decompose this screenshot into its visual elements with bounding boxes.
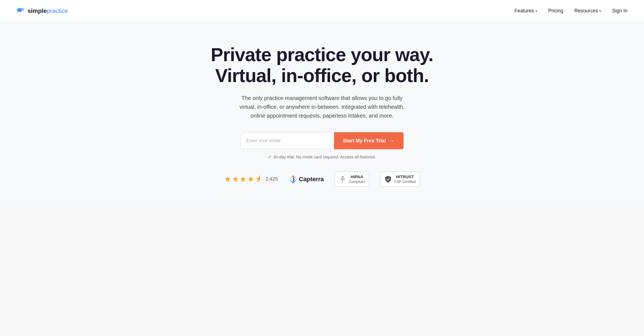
hero-title: Private practice your way. Virtual, in-o… [211,44,433,86]
logo-text: simplepractice [28,7,68,15]
arrow-icon: → [389,137,395,144]
hitrust-badge: HITRUST CSF Certified [380,172,420,186]
svg-point-2 [20,10,21,12]
rating-wrap: ★ ★ ★ ★ ⯨ 2,425 [224,175,278,184]
nav-links: Features ▾ Pricing Resources ▾ Sign In [515,8,627,14]
check-icon: ✓ [268,154,272,159]
badges-row: ★ ★ ★ ★ ⯨ 2,425 Capterra [224,172,420,186]
trial-note-text: 30-day trial. No credit card required. A… [273,155,376,159]
nav-features[interactable]: Features ▾ [515,8,537,14]
logo-icon [17,7,26,15]
hero-subtitle: The only practice management software th… [234,94,410,120]
star-2: ★ [232,175,239,184]
hero-section: Private practice your way. Virtual, in-o… [0,22,644,203]
capterra-icon [289,175,297,183]
star-3: ★ [240,175,247,184]
nav-pricing[interactable]: Pricing [548,8,563,14]
hipaa-text: HIPAA Compliant [349,174,365,184]
star-1: ★ [224,175,231,184]
hitrust-text: HITRUST CSF Certified [394,174,416,184]
trial-note: ✓ 30-day trial. No credit card required.… [268,154,376,159]
star-4: ★ [247,175,254,184]
nav-signin[interactable]: Sign In [612,8,627,14]
hipaa-icon [339,175,347,183]
start-trial-button[interactable]: Start My Free Trial → [334,132,404,149]
navigation: simplepractice Features ▾ Pricing Resour… [0,0,644,22]
rating-count: 2,425 [266,176,278,182]
star-rating: ★ ★ ★ ★ ⯨ [224,175,263,184]
star-5-half: ⯨ [255,175,263,184]
nav-resources[interactable]: Resources ▾ [574,8,601,14]
email-input[interactable] [240,132,334,149]
capterra-label: Capterra [299,176,324,183]
cta-form: Start My Free Trial → [240,132,404,149]
hipaa-badge: HIPAA Compliant [335,172,369,186]
features-chevron-icon: ▾ [535,9,537,13]
capterra-badge: Capterra [289,175,324,183]
resources-chevron-icon: ▾ [599,9,601,13]
logo[interactable]: simplepractice [17,7,68,15]
hitrust-icon [384,175,392,183]
cta-label: Start My Free Trial [343,138,386,144]
